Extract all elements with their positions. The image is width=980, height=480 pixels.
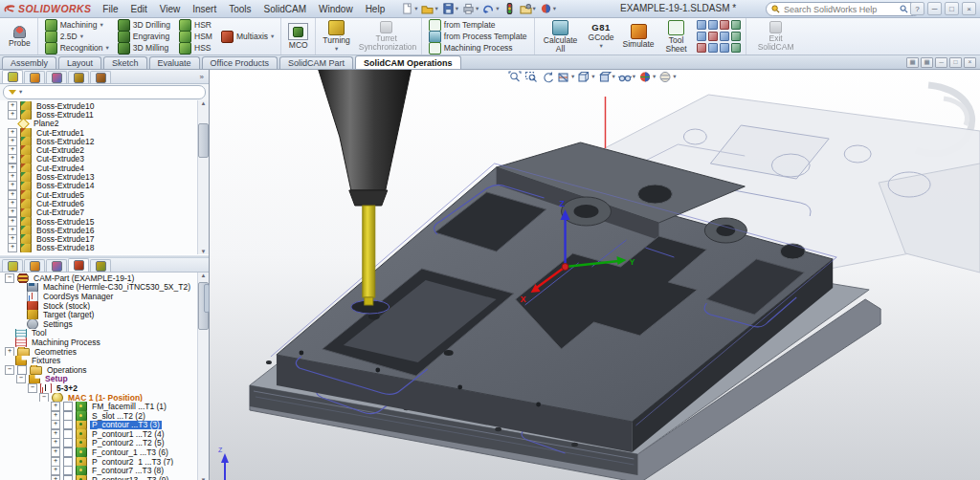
tab-evaluate[interactable]: Evaluate xyxy=(149,56,200,69)
tree-item[interactable]: +Cut-Extrude7 xyxy=(0,208,209,217)
expand-toggle[interactable]: + xyxy=(51,411,60,421)
cam-tree-item[interactable]: −CAM-Part (EXAMPLE-19-1) xyxy=(0,273,209,283)
engraving-button[interactable]: Engraving xyxy=(116,32,172,42)
simulate-button[interactable]: Simulate xyxy=(621,24,657,49)
expand-toggle[interactable]: + xyxy=(8,217,17,226)
expand-toggle[interactable]: + xyxy=(51,439,60,448)
expand-toggle[interactable]: + xyxy=(8,155,17,164)
filter-caret[interactable]: ▾ xyxy=(19,89,22,96)
configurationmanager-tab[interactable] xyxy=(46,71,67,83)
options-caret[interactable]: ▾ xyxy=(533,6,536,12)
tab-solidcam-operations[interactable]: SolidCAM Operations xyxy=(355,55,461,69)
tree-item[interactable]: +Cut-Extrude1 xyxy=(0,128,209,137)
undo-caret[interactable]: ▾ xyxy=(496,6,499,12)
sim-option-12-button[interactable] xyxy=(731,43,741,53)
cam-tree-item[interactable]: −Setup xyxy=(0,375,209,384)
appearance-button[interactable]: ▾ xyxy=(539,3,557,14)
expand-toggle[interactable]: + xyxy=(51,429,60,439)
print-button[interactable]: ▾ xyxy=(461,3,479,14)
expand-toggle[interactable]: − xyxy=(39,393,49,403)
sim-option-7-button[interactable] xyxy=(720,32,729,41)
display-style-button[interactable]: ▾ xyxy=(598,71,615,83)
operation-checkbox[interactable] xyxy=(63,411,73,421)
displaymanager-tab[interactable] xyxy=(90,71,111,83)
tree-item[interactable]: +Cut-Extrude2 xyxy=(0,145,209,154)
3d-milling-button[interactable]: 3D Milling xyxy=(116,43,172,54)
cam-tree-item[interactable]: +S_slot ...T2 (2) xyxy=(0,411,209,421)
open-button[interactable]: ▾ xyxy=(420,3,438,14)
propertymanager-tab[interactable] xyxy=(24,259,45,272)
cam-tree-item[interactable]: −5-3+2 xyxy=(0,383,209,393)
sim-option-5-button[interactable] xyxy=(697,32,706,41)
cam-tree-item[interactable]: +FM_facemill ...T1 (1) xyxy=(0,402,209,411)
search-icon[interactable] xyxy=(900,5,908,13)
from-process-template-button[interactable]: from Process Template xyxy=(427,32,529,42)
mco-button[interactable]: MCO xyxy=(286,23,310,50)
tree-item[interactable]: +Cut-Extrude4 xyxy=(0,164,209,172)
cam-tree-item[interactable]: Tool xyxy=(0,329,209,338)
expand-toggle[interactable]: + xyxy=(8,137,17,145)
menu-help[interactable]: Help xyxy=(360,3,391,15)
turning-button[interactable]: Turning▾ xyxy=(321,20,352,52)
tree-item[interactable]: +Cut-Extrude5 xyxy=(0,190,209,199)
zoom-area-button[interactable] xyxy=(524,71,538,83)
exit-solidcam-button[interactable]: Exit SolidCAM xyxy=(751,21,801,52)
doc-minimize-button[interactable]: ─ xyxy=(935,57,947,68)
sim-option-11-button[interactable] xyxy=(720,43,729,53)
operation-checkbox[interactable] xyxy=(63,421,73,430)
expand-toggle[interactable]: + xyxy=(51,475,60,480)
tab-layout[interactable]: Layout xyxy=(58,56,101,69)
section-view-button[interactable]: ▾ xyxy=(557,71,574,83)
appearance-caret[interactable]: ▾ xyxy=(553,6,556,12)
save-caret[interactable]: ▾ xyxy=(456,6,458,12)
expand-toggle[interactable]: + xyxy=(8,199,17,207)
undo-button[interactable]: ▾ xyxy=(481,3,500,14)
open-caret[interactable]: ▾ xyxy=(434,6,437,12)
hide-show-items-caret[interactable]: ▾ xyxy=(633,74,635,80)
previous-view-button[interactable] xyxy=(541,71,554,83)
display-style-caret[interactable]: ▾ xyxy=(612,74,615,80)
expand-toggle[interactable]: + xyxy=(8,244,17,252)
expand-toggle[interactable]: + xyxy=(8,226,17,234)
expand-toggle[interactable]: + xyxy=(51,447,60,457)
hsr-button[interactable]: HSR xyxy=(177,20,214,31)
tree-item[interactable]: +Boss-Extrude13 xyxy=(0,172,209,181)
sim-option-10-button[interactable] xyxy=(708,43,718,53)
cam-tree-item[interactable]: +F_contour7 ...T3 (8) xyxy=(0,466,209,475)
cam-tree-item[interactable]: Target (target) xyxy=(0,310,209,319)
cam-tree-item[interactable]: +Geometries xyxy=(0,347,209,357)
expand-toggle[interactable]: + xyxy=(51,421,60,430)
doc-restore-button[interactable]: □ xyxy=(949,57,962,68)
tab-sketch[interactable]: Sketch xyxy=(103,56,147,69)
tree-item[interactable]: +Boss-Extrude10 xyxy=(0,101,209,110)
sim-option-9-button[interactable] xyxy=(697,43,706,53)
sim-option-6-button[interactable] xyxy=(708,32,718,41)
edit-appearance-caret[interactable]: ▾ xyxy=(653,74,656,80)
expand-toggle[interactable]: + xyxy=(8,110,17,119)
operation-checkbox[interactable] xyxy=(63,447,73,457)
machining-button[interactable]: Machining▾ xyxy=(43,20,111,31)
expand-toggle[interactable]: + xyxy=(8,101,17,110)
expand-toggle[interactable]: − xyxy=(5,365,14,375)
tree-item[interactable]: +Boss-Extrude14 xyxy=(0,182,209,190)
rebuild-button[interactable] xyxy=(502,3,517,14)
expand-toggle[interactable]: + xyxy=(51,402,60,411)
cam-tree-item[interactable]: −Operations xyxy=(0,365,209,375)
operation-checkbox[interactable] xyxy=(63,439,73,448)
featuremanager-tab[interactable] xyxy=(2,70,23,83)
expand-toggle[interactable]: + xyxy=(8,182,17,190)
view-orientation-button[interactable]: ▾ xyxy=(577,71,594,83)
multiaxis-button[interactable]: Multiaxis▾ xyxy=(219,32,276,42)
calculate-all-button[interactable]: Calculate All xyxy=(540,20,582,54)
expand-toggle[interactable]: + xyxy=(8,128,17,137)
tree-item[interactable]: +Boss-Extrude15 xyxy=(0,217,209,226)
scroll-down-arrow[interactable]: ▼ xyxy=(201,249,207,254)
menu-view[interactable]: View xyxy=(154,3,187,15)
2-5d-button[interactable]: 2.5D▾ xyxy=(43,32,111,42)
apply-scene-button[interactable]: ▾ xyxy=(658,71,676,83)
cam-tree-item[interactable]: +P_contour1 ...T2 (4) xyxy=(0,429,209,439)
from-template-button[interactable]: from Template xyxy=(427,20,529,31)
tab-assembly[interactable]: Assembly xyxy=(2,56,56,69)
graphics-area[interactable]: ▾▾▾▾▾▾ xyxy=(210,70,980,480)
tab-solidcam-part[interactable]: SolidCAM Part xyxy=(279,56,353,69)
